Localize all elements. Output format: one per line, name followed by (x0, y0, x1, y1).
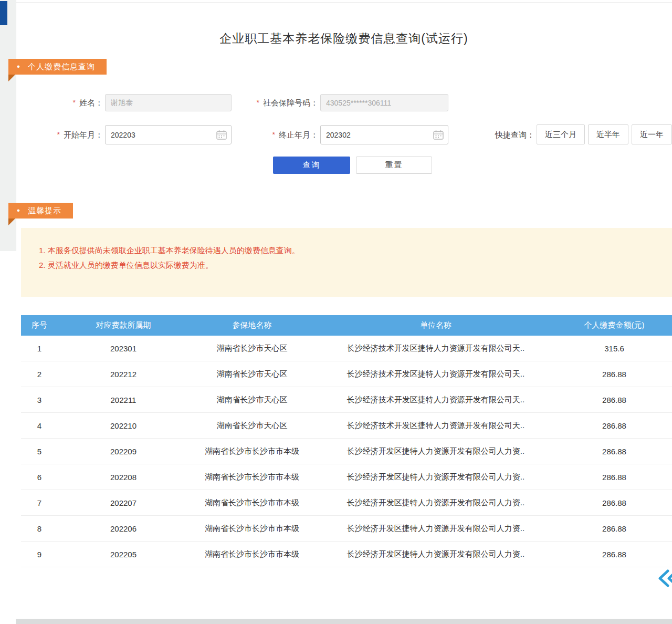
table-header-row: 序号 对应费款所属期 参保地名称 单位名称 个人缴费金额(元) (21, 315, 672, 336)
warning-panel: 1. 本服务仅提供尚未领取企业职工基本养老保险待遇人员的缴费信息查询。 2. 灵… (21, 228, 672, 297)
quick-btn-last-half-year[interactable]: 近半年 (588, 124, 628, 144)
table-cell: 湖南省长沙市长沙市市本级 (189, 498, 315, 508)
section-badge-label: 温馨提示 (28, 206, 61, 216)
table-cell: 286.88 (556, 524, 672, 533)
required-asterisk: * (73, 98, 76, 107)
warning-line: 2. 灵活就业人员的缴费单位信息以实际缴费为准。 (39, 258, 662, 272)
table-row: 6202208湖南省长沙市长沙市市本级长沙经济开发区捷特人力资源开发有限公司人力… (21, 464, 672, 490)
table-body: 1202301湖南省长沙市天心区长沙经济技术开发区捷特人力资源开发有限公司天..… (21, 336, 672, 567)
reset-button[interactable]: 重置 (356, 157, 432, 174)
column-header-amount: 个人缴费金额(元) (556, 320, 672, 330)
table-cell: 8 (21, 524, 58, 533)
table-row: 2202212湖南省长沙市天心区长沙经济技术开发区捷特人力资源开发有限公司天..… (21, 361, 672, 387)
table-row: 5202209湖南省长沙市长沙市市本级长沙经济开发区捷特人力资源开发有限公司人力… (21, 439, 672, 464)
table-cell: 286.88 (556, 498, 672, 507)
end-month-label: *终止年月： (247, 125, 318, 144)
table-cell: 202206 (58, 524, 189, 533)
table-cell: 湖南省长沙市长沙市市本级 (189, 549, 315, 559)
payment-table: 序号 对应费款所属期 参保地名称 单位名称 个人缴费金额(元) 1202301湖… (21, 315, 672, 567)
table-cell: 202211 (58, 396, 189, 404)
bottom-divider (16, 619, 672, 624)
name-label: *姓名： (32, 93, 103, 112)
table-cell: 3 (21, 396, 58, 404)
section-badge-label: 个人缴费信息查询 (28, 62, 95, 72)
table-cell: 286.88 (556, 421, 672, 430)
ssn-label: *社会保障号码： (226, 93, 318, 112)
table-cell: 2 (21, 370, 58, 379)
bullet-icon: • (17, 203, 20, 219)
section-badge-personal-query: • 个人缴费信息查询 (8, 59, 107, 75)
table-cell: 5 (21, 447, 58, 456)
table-cell: 4 (21, 421, 58, 430)
start-month-label: *开始年月： (32, 125, 103, 144)
table-cell: 长沙经济开发区捷特人力资源开发有限公司人力资.. (315, 498, 556, 508)
table-cell: 湖南省长沙市长沙市市本级 (189, 472, 315, 482)
table-cell: 9 (21, 550, 58, 559)
table-cell: 286.88 (556, 370, 672, 379)
table-cell: 长沙经济技术开发区捷特人力资源开发有限公司天.. (315, 344, 556, 353)
table-row: 8202206湖南省长沙市长沙市市本级长沙经济开发区捷特人力资源开发有限公司人力… (21, 516, 672, 542)
table-cell: 湖南省长沙市天心区 (189, 369, 315, 379)
column-header-period: 对应费款所属期 (58, 320, 189, 330)
table-row: 9202205湖南省长沙市长沙市市本级长沙经济开发区捷特人力资源开发有限公司人力… (21, 542, 672, 567)
page: 企业职工基本养老保险缴费信息查询(试运行) • 个人缴费信息查询 *姓名： *社… (0, 0, 672, 624)
required-asterisk: * (272, 130, 275, 139)
table-row: 3202211湖南省长沙市天心区长沙经济技术开发区捷特人力资源开发有限公司天..… (21, 387, 672, 413)
ssn-input[interactable] (320, 94, 448, 111)
column-header-region: 参保地名称 (189, 320, 315, 330)
table-cell: 长沙经济开发区捷特人力资源开发有限公司人力资.. (315, 524, 556, 534)
required-asterisk: * (257, 98, 259, 107)
page-title: 企业职工基本养老保险缴费信息查询(试运行) (16, 30, 672, 47)
warning-line: 1. 本服务仅提供尚未领取企业职工基本养老保险待遇人员的缴费信息查询。 (39, 244, 662, 257)
start-month-input[interactable] (105, 125, 232, 144)
quick-query-label: 快捷查询： (482, 125, 534, 144)
end-month-input[interactable] (320, 125, 448, 144)
table-cell: 202205 (58, 550, 189, 559)
table-cell: 202207 (58, 498, 189, 507)
section-badge-tips: • 温馨提示 (8, 203, 73, 219)
table-cell: 202301 (58, 344, 189, 353)
table-row: 1202301湖南省长沙市天心区长沙经济技术开发区捷特人力资源开发有限公司天..… (21, 336, 672, 361)
table-cell: 湖南省长沙市天心区 (189, 344, 315, 353)
table-cell: 202212 (58, 370, 189, 379)
name-input[interactable] (105, 94, 232, 111)
table-cell: 长沙经济开发区捷特人力资源开发有限公司人力资.. (315, 446, 556, 456)
table-cell: 湖南省长沙市天心区 (189, 395, 315, 405)
quick-btn-last-year[interactable]: 近一年 (632, 124, 672, 144)
table-cell: 湖南省长沙市长沙市市本级 (189, 524, 315, 534)
quick-query-group: 近三个月 近半年 近一年 (537, 124, 672, 144)
table-cell: 202209 (58, 447, 189, 456)
table-cell: 长沙经济技术开发区捷特人力资源开发有限公司天.. (315, 421, 556, 431)
table-cell: 湖南省长沙市长沙市市本级 (189, 446, 315, 456)
table-cell: 7 (21, 498, 58, 507)
table-cell: 286.88 (556, 396, 672, 404)
table-cell: 长沙经济技术开发区捷特人力资源开发有限公司天.. (315, 395, 556, 405)
column-header-employer: 单位名称 (315, 320, 556, 330)
top-left-accent-block (0, 1, 7, 25)
table-cell: 湖南省长沙市天心区 (189, 421, 315, 431)
table-cell: 286.88 (556, 447, 672, 456)
quick-btn-last-3-months[interactable]: 近三个月 (537, 124, 585, 144)
table-row: 7202207湖南省长沙市长沙市市本级长沙经济开发区捷特人力资源开发有限公司人力… (21, 490, 672, 516)
table-cell: 长沙经济开发区捷特人力资源开发有限公司人力资.. (315, 549, 556, 559)
query-button[interactable]: 查询 (273, 157, 350, 174)
table-cell: 286.88 (556, 550, 672, 559)
calendar-icon[interactable] (433, 130, 444, 140)
table-cell: 长沙经济技术开发区捷特人力资源开发有限公司天.. (315, 369, 556, 379)
column-header-index: 序号 (21, 320, 58, 330)
table-row: 4202210湖南省长沙市天心区长沙经济技术开发区捷特人力资源开发有限公司天..… (21, 413, 672, 439)
table-cell: 315.6 (556, 344, 672, 353)
collapse-double-chevron-left-icon[interactable] (657, 568, 672, 588)
table-cell: 1 (21, 344, 58, 353)
required-asterisk: * (57, 130, 60, 139)
calendar-icon[interactable] (216, 130, 227, 140)
bullet-icon: • (17, 59, 20, 75)
table-cell: 6 (21, 473, 58, 482)
table-cell: 286.88 (556, 473, 672, 482)
table-cell: 长沙经济开发区捷特人力资源开发有限公司人力资.. (315, 472, 556, 482)
table-cell: 202210 (58, 421, 189, 430)
table-cell: 202208 (58, 473, 189, 482)
